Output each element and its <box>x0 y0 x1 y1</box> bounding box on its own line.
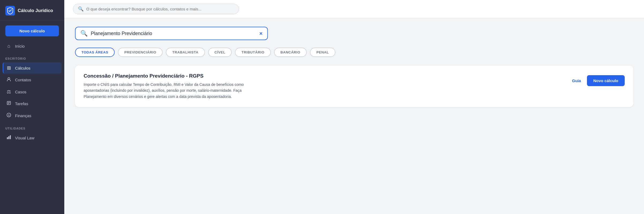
clear-search-icon[interactable]: × <box>259 30 263 37</box>
finance-icon: $ <box>6 113 12 119</box>
grid-icon: ⊞ <box>6 65 12 71</box>
top-search-bar: 🔍 <box>64 0 644 18</box>
top-search-input[interactable] <box>86 7 234 11</box>
sidebar-item-label-financas: Finanças <box>15 113 31 118</box>
section-label-utilidades: Utilidades <box>0 123 64 131</box>
sidebar-item-label-visuallaw: Visual Law <box>15 136 34 140</box>
content-area: 🔍 × TODAS ÁREASPREVIDENCIÁRIOTRABALHISTA… <box>64 18 644 214</box>
result-card: Concessão / Planejamento Previdenciário … <box>75 66 633 107</box>
filter-chips: TODAS ÁREASPREVIDENCIÁRIOTRABALHISTACÍVE… <box>75 48 633 57</box>
result-card-description: Importe o CNIS para calcular Tempo de Co… <box>84 82 255 100</box>
main-search-wrap: 🔍 × <box>75 27 268 40</box>
sidebar-item-financas[interactable]: $ Finanças <box>3 110 62 121</box>
home-icon: ⌂ <box>6 43 12 49</box>
logo-icon <box>5 6 15 16</box>
sidebar-item-visuallaw[interactable]: Visual Law <box>3 132 62 144</box>
result-card-actions: Guia Novo cálculo <box>571 73 625 86</box>
sidebar-item-label-inicio: Início <box>15 44 25 48</box>
sidebar-item-label-contatos: Contatos <box>15 78 31 82</box>
sidebar-item-tarefas[interactable]: Tarefas <box>3 98 62 109</box>
filter-chip-penal[interactable]: PENAL <box>310 48 335 57</box>
new-calc-section: Novo cálculo <box>5 25 59 36</box>
sidebar-item-casos[interactable]: ⚖ Casos <box>3 86 62 97</box>
scale-icon: ⚖ <box>6 89 12 95</box>
sidebar-item-inicio[interactable]: ⌂ Início <box>3 41 62 52</box>
result-card-info: Concessão / Planejamento Previdenciário … <box>84 73 564 100</box>
svg-rect-10 <box>10 135 11 139</box>
guide-button[interactable]: Guia <box>571 78 582 83</box>
filter-chip-cível[interactable]: CÍVEL <box>208 48 232 57</box>
filter-chip-tributário[interactable]: TRIBUTÁRIO <box>235 48 271 57</box>
sidebar-nav-top: ⌂ Início Escritório ⊞ Cálculos Contatos … <box>0 39 64 145</box>
filter-chip-trabalhista[interactable]: TRABALHISTA <box>166 48 205 57</box>
sidebar-item-contatos[interactable]: Contatos <box>3 74 62 86</box>
contacts-icon <box>6 77 12 83</box>
svg-rect-8 <box>7 137 8 139</box>
filter-chip-previdenciário[interactable]: PREVIDENCIÁRIO <box>118 48 163 57</box>
sidebar-item-label-calculos: Cálculos <box>15 66 31 70</box>
svg-text:$: $ <box>8 114 10 117</box>
top-search-wrap: 🔍 <box>73 4 239 14</box>
chart-icon <box>6 135 12 141</box>
svg-point-1 <box>8 78 10 79</box>
result-card-title: Concessão / Planejamento Previdenciário … <box>84 73 564 79</box>
new-calc-result-button[interactable]: Novo cálculo <box>587 75 625 86</box>
section-label-escritorio: Escritório <box>0 53 64 61</box>
logo-text: Cálculo Jurídico <box>18 8 53 13</box>
tasks-icon <box>6 101 12 107</box>
sidebar-logo: Cálculo Jurídico <box>0 0 64 21</box>
sidebar-item-label-tarefas: Tarefas <box>15 101 28 106</box>
top-search-icon: 🔍 <box>78 6 84 12</box>
svg-rect-9 <box>8 136 9 139</box>
sidebar-item-label-casos: Casos <box>15 90 27 94</box>
sidebar: Cálculo Jurídico Novo cálculo ⌂ Início E… <box>0 0 64 214</box>
main-search-input[interactable] <box>91 31 256 36</box>
sidebar-item-calculos[interactable]: ⊞ Cálculos <box>3 62 62 74</box>
filter-chip-todas-áreas[interactable]: TODAS ÁREAS <box>75 48 115 57</box>
main-content: 🔍 🔍 × TODAS ÁREASPREVIDENCIÁRIOTRABALHIS… <box>64 0 644 214</box>
new-calc-button[interactable]: Novo cálculo <box>5 25 59 36</box>
filter-chip-bancário[interactable]: BANCÁRIO <box>274 48 307 57</box>
main-search-icon: 🔍 <box>80 30 88 37</box>
